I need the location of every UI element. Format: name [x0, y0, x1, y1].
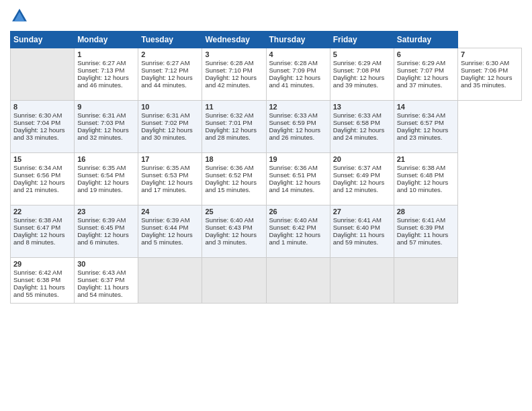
- daylight-label: Daylight: 12 hours and 21 minutes.: [13, 179, 65, 193]
- day-number: 28: [397, 208, 455, 216]
- table-row: 13Sunrise: 6:33 AMSunset: 6:58 PMDayligh…: [330, 101, 394, 153]
- daylight-label: Daylight: 12 hours and 33 minutes.: [13, 126, 65, 141]
- sunrise-text: Sunrise: 6:30 AM: [461, 59, 509, 66]
- day-number: 3: [205, 50, 263, 58]
- day-number: 7: [461, 50, 519, 58]
- sunset-text: Sunset: 7:07 PM: [397, 66, 444, 74]
- sunset-text: Sunset: 7:04 PM: [13, 119, 60, 126]
- daylight-label: Daylight: 12 hours and 28 minutes.: [205, 126, 257, 141]
- sunrise-text: Sunrise: 6:39 AM: [141, 216, 189, 224]
- table-row: 30Sunrise: 6:43 AMSunset: 6:37 PMDayligh…: [75, 258, 138, 304]
- weekday-header-saturday: Saturday: [394, 32, 457, 48]
- sunrise-text: Sunrise: 6:38 AM: [13, 216, 62, 224]
- table-row: 24Sunrise: 6:39 AMSunset: 6:44 PMDayligh…: [138, 205, 202, 258]
- sunset-text: Sunset: 6:51 PM: [269, 171, 316, 179]
- day-number: 16: [77, 155, 135, 163]
- table-row: [394, 258, 457, 304]
- sunset-text: Sunset: 6:53 PM: [141, 171, 188, 179]
- sunset-text: Sunset: 6:52 PM: [205, 171, 252, 179]
- sunset-text: Sunset: 7:09 PM: [269, 66, 316, 74]
- table-row: 12Sunrise: 6:33 AMSunset: 6:59 PMDayligh…: [266, 101, 330, 153]
- day-number: 30: [77, 260, 135, 268]
- daylight-label: Daylight: 12 hours and 14 minutes.: [269, 179, 321, 193]
- calendar-week-4: 22Sunrise: 6:38 AMSunset: 6:47 PMDayligh…: [11, 205, 522, 258]
- day-number: 17: [141, 155, 199, 163]
- sunrise-text: Sunrise: 6:40 AM: [269, 216, 318, 224]
- daylight-label: Daylight: 12 hours and 41 minutes.: [269, 74, 321, 89]
- sunrise-text: Sunrise: 6:28 AM: [269, 59, 318, 66]
- daylight-label: Daylight: 11 hours and 57 minutes.: [397, 231, 449, 246]
- sunrise-text: Sunrise: 6:31 AM: [77, 111, 126, 119]
- sunset-text: Sunset: 7:02 PM: [141, 119, 188, 126]
- sunset-text: Sunset: 6:38 PM: [13, 276, 60, 283]
- sunset-text: Sunset: 6:42 PM: [269, 224, 316, 231]
- daylight-label: Daylight: 12 hours and 46 minutes.: [77, 74, 129, 89]
- daylight-label: Daylight: 12 hours and 37 minutes.: [397, 74, 449, 89]
- sunset-text: Sunset: 6:59 PM: [269, 119, 316, 126]
- daylight-label: Daylight: 12 hours and 35 minutes.: [461, 74, 513, 89]
- table-row: [330, 258, 394, 304]
- daylight-label: Daylight: 12 hours and 5 minutes.: [141, 231, 193, 246]
- sunrise-text: Sunrise: 6:37 AM: [333, 164, 382, 171]
- day-number: 19: [269, 155, 327, 163]
- table-row: 16Sunrise: 6:35 AMSunset: 6:54 PMDayligh…: [75, 153, 138, 205]
- table-row: [266, 258, 330, 304]
- sunrise-text: Sunrise: 6:31 AM: [141, 111, 189, 119]
- daylight-label: Daylight: 12 hours and 8 minutes.: [13, 231, 65, 246]
- table-row: 22Sunrise: 6:38 AMSunset: 6:47 PMDayligh…: [11, 205, 75, 258]
- sunrise-text: Sunrise: 6:42 AM: [13, 269, 62, 276]
- sunset-text: Sunset: 6:58 PM: [333, 119, 380, 126]
- day-number: 15: [13, 155, 71, 163]
- sunset-text: Sunset: 6:57 PM: [397, 119, 444, 126]
- sunrise-text: Sunrise: 6:34 AM: [13, 164, 62, 171]
- sunrise-text: Sunrise: 6:36 AM: [205, 164, 253, 171]
- daylight-label: Daylight: 12 hours and 30 minutes.: [141, 126, 193, 141]
- daylight-label: Daylight: 12 hours and 15 minutes.: [205, 179, 257, 193]
- sunrise-text: Sunrise: 6:27 AM: [141, 59, 189, 66]
- day-number: 27: [333, 208, 391, 216]
- daylight-label: Daylight: 12 hours and 12 minutes.: [333, 179, 385, 193]
- calendar-week-5: 29Sunrise: 6:42 AMSunset: 6:38 PMDayligh…: [11, 258, 522, 304]
- table-row: 6Sunrise: 6:29 AMSunset: 7:07 PMDaylight…: [394, 48, 457, 101]
- day-number: 10: [141, 103, 199, 111]
- weekday-header-wednesday: Wednesday: [202, 32, 266, 48]
- table-row: 3Sunrise: 6:28 AMSunset: 7:10 PMDaylight…: [202, 48, 266, 101]
- daylight-label: Daylight: 11 hours and 59 minutes.: [333, 231, 385, 246]
- sunrise-text: Sunrise: 6:41 AM: [397, 216, 445, 224]
- table-row: 4Sunrise: 6:28 AMSunset: 7:09 PMDaylight…: [266, 48, 330, 101]
- day-number: 5: [333, 50, 391, 58]
- weekday-header-tuesday: Tuesday: [138, 32, 202, 48]
- day-number: 20: [333, 155, 391, 163]
- table-row: 26Sunrise: 6:40 AMSunset: 6:42 PMDayligh…: [266, 205, 330, 258]
- sunset-text: Sunset: 6:47 PM: [13, 224, 60, 231]
- day-number: 1: [77, 50, 135, 58]
- weekday-header-row: SundayMondayTuesdayWednesdayThursdayFrid…: [11, 32, 522, 48]
- day-number: 26: [269, 208, 327, 216]
- table-row: 7Sunrise: 6:30 AMSunset: 7:06 PMDaylight…: [457, 48, 521, 101]
- table-row: 8Sunrise: 6:30 AMSunset: 7:04 PMDaylight…: [11, 101, 75, 153]
- table-row: 9Sunrise: 6:31 AMSunset: 7:03 PMDaylight…: [75, 101, 138, 153]
- day-number: 11: [205, 103, 263, 111]
- sunrise-text: Sunrise: 6:40 AM: [205, 216, 253, 224]
- sunrise-text: Sunrise: 6:28 AM: [205, 59, 253, 66]
- daylight-label: Daylight: 12 hours and 42 minutes.: [205, 74, 257, 89]
- sunset-text: Sunset: 6:40 PM: [333, 224, 380, 231]
- daylight-label: Daylight: 12 hours and 44 minutes.: [141, 74, 193, 89]
- daylight-label: Daylight: 12 hours and 26 minutes.: [269, 126, 321, 141]
- table-row: 5Sunrise: 6:29 AMSunset: 7:08 PMDaylight…: [330, 48, 394, 101]
- sunrise-text: Sunrise: 6:38 AM: [397, 164, 445, 171]
- logo-icon: [10, 7, 29, 26]
- day-number: 23: [77, 208, 135, 216]
- day-number: 22: [13, 208, 71, 216]
- sunrise-text: Sunrise: 6:33 AM: [269, 111, 318, 119]
- daylight-label: Daylight: 12 hours and 6 minutes.: [77, 231, 129, 246]
- table-row: 23Sunrise: 6:39 AMSunset: 6:45 PMDayligh…: [75, 205, 138, 258]
- sunrise-text: Sunrise: 6:27 AM: [77, 59, 126, 66]
- sunset-text: Sunset: 7:13 PM: [77, 66, 124, 74]
- table-row: 28Sunrise: 6:41 AMSunset: 6:39 PMDayligh…: [394, 205, 457, 258]
- day-number: 18: [205, 155, 263, 163]
- daylight-label: Daylight: 11 hours and 54 minutes.: [77, 283, 129, 298]
- sunset-text: Sunset: 6:43 PM: [205, 224, 252, 231]
- sunrise-text: Sunrise: 6:41 AM: [333, 216, 382, 224]
- table-row: 27Sunrise: 6:41 AMSunset: 6:40 PMDayligh…: [330, 205, 394, 258]
